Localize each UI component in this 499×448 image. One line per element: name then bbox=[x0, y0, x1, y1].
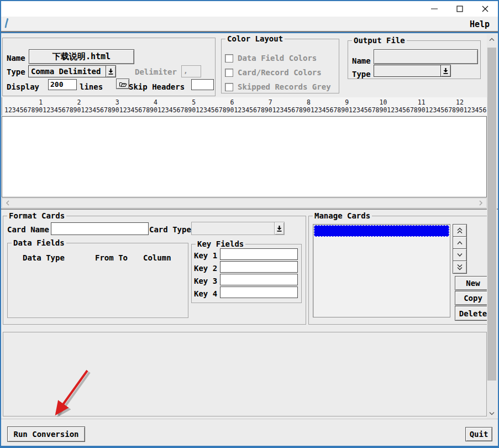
file-display-area[interactable] bbox=[2, 116, 487, 197]
lines-label: lines bbox=[80, 82, 103, 91]
chevron-up-icon bbox=[456, 241, 463, 245]
input-file-name-field[interactable]: 下载说明.html bbox=[29, 49, 134, 64]
column-ruler: 1 2 3 4 5 6 7 8 9 10 11 12 1234567890123… bbox=[2, 97, 487, 116]
checkbox-row: Card/Record Colors bbox=[225, 68, 322, 77]
color-layout-group: Color Layout Data Field Colors Card/Reco… bbox=[221, 39, 339, 93]
checkbox-label: Card/Record Colors bbox=[238, 68, 322, 77]
chevron-down-icon bbox=[456, 253, 463, 257]
from-to-column-header: From To bbox=[95, 253, 128, 262]
cards-listbox[interactable] bbox=[313, 224, 450, 317]
copy-button[interactable]: Copy bbox=[455, 291, 491, 305]
quit-button[interactable]: Quit bbox=[465, 427, 492, 441]
footer-divider bbox=[1, 419, 498, 419]
dropdown-arrow-icon[interactable] bbox=[274, 222, 284, 235]
move-up-button[interactable] bbox=[453, 236, 467, 249]
maximize-icon bbox=[456, 6, 463, 12]
input-type-value: Comma Delimited bbox=[29, 67, 106, 76]
scroll-up-button[interactable] bbox=[487, 34, 497, 45]
card-name-input[interactable] bbox=[51, 222, 149, 235]
menu-item-help[interactable]: Help bbox=[467, 18, 492, 30]
key3-input[interactable] bbox=[220, 274, 298, 285]
input-file-group: Name 下载说明.html Type Comma Delimited Deli… bbox=[2, 38, 216, 96]
minimize-icon bbox=[431, 6, 438, 12]
move-bottom-button[interactable] bbox=[453, 261, 467, 274]
scroll-right-icon[interactable] bbox=[476, 199, 485, 207]
key-fields-group: Key Fields Key 1 Key 2 Key 3 Key 4 bbox=[191, 244, 302, 303]
column-column-header: Column bbox=[143, 253, 171, 262]
data-fields-title: Data Fields bbox=[12, 238, 66, 247]
color-layout-title: Color Layout bbox=[225, 34, 285, 43]
format-cards-group: Format Cards Card Name Card Type Data Fi… bbox=[3, 216, 306, 325]
menu-bar: Help bbox=[1, 17, 498, 32]
key3-label: Key 3 bbox=[194, 277, 217, 285]
delimiter-input: , bbox=[181, 65, 201, 77]
skipped-records-grey-checkbox bbox=[225, 83, 233, 91]
data-field-colors-checkbox bbox=[225, 54, 233, 62]
horizontal-scrollbar[interactable] bbox=[2, 198, 487, 208]
main-content: Name 下载说明.html Type Comma Delimited Deli… bbox=[1, 33, 498, 446]
title-bar bbox=[1, 1, 498, 17]
delete-button[interactable]: Delete bbox=[455, 306, 491, 321]
close-icon bbox=[482, 6, 489, 12]
skip-headers-input[interactable] bbox=[191, 79, 214, 90]
dropdown-arrow-icon[interactable] bbox=[106, 66, 115, 77]
output-type-label: Type bbox=[352, 70, 371, 79]
key1-label: Key 1 bbox=[194, 251, 217, 260]
key2-label: Key 2 bbox=[194, 264, 217, 273]
key-fields-title: Key Fields bbox=[196, 239, 245, 248]
scroll-left-icon[interactable] bbox=[3, 199, 12, 207]
ruler-digits-row: 1234567890123456789012345678901234567890… bbox=[2, 106, 487, 114]
app-icon bbox=[3, 17, 9, 29]
dropdown-arrow-icon[interactable] bbox=[440, 65, 450, 76]
selected-card-item[interactable] bbox=[314, 225, 449, 237]
manage-cards-group: Manage Cards New Copy Delete bbox=[308, 216, 491, 325]
scroll-down-icon bbox=[489, 411, 495, 415]
maximize-button[interactable] bbox=[447, 1, 472, 17]
output-name-label: Name bbox=[352, 56, 371, 65]
checkbox-label: Data Field Colors bbox=[238, 54, 317, 62]
skip-headers-label: Skip Headers bbox=[129, 82, 185, 91]
card-record-colors-checkbox bbox=[225, 69, 233, 77]
card-type-combo bbox=[191, 222, 285, 235]
minimize-button[interactable] bbox=[422, 1, 447, 17]
vertical-scrollbar[interactable] bbox=[487, 34, 497, 419]
input-type-label: Type bbox=[7, 67, 25, 76]
key1-input[interactable] bbox=[220, 248, 298, 260]
manage-cards-title: Manage Cards bbox=[313, 211, 372, 220]
move-top-button[interactable] bbox=[453, 224, 467, 237]
output-type-combo[interactable] bbox=[374, 65, 451, 77]
scrollbar-thumb[interactable] bbox=[487, 48, 496, 381]
output-file-group: Output File Name Type bbox=[348, 40, 481, 79]
display-lines-input[interactable]: 200 bbox=[48, 79, 77, 90]
output-file-name-field[interactable] bbox=[374, 49, 478, 64]
pane-divider bbox=[1, 209, 498, 210]
data-fields-group: Data Fields Data Type From To Column bbox=[7, 243, 188, 318]
data-type-column-header: Data Type bbox=[23, 253, 65, 262]
ruler-numbers-row: 1 2 3 4 5 6 7 8 9 10 11 12 bbox=[2, 98, 487, 106]
move-down-button[interactable] bbox=[453, 248, 467, 262]
scroll-up-icon bbox=[489, 38, 495, 41]
scroll-down-button[interactable] bbox=[487, 408, 497, 419]
card-type-label: Card Type bbox=[149, 225, 191, 234]
run-conversion-button[interactable]: Run Conversion bbox=[7, 426, 85, 442]
format-cards-title: Format Cards bbox=[7, 211, 66, 220]
output-file-title: Output File bbox=[352, 36, 407, 45]
open-file-icon bbox=[119, 81, 127, 87]
double-chevron-up-icon bbox=[456, 227, 463, 234]
checkbox-row: Skipped Records Grey bbox=[225, 82, 331, 91]
card-name-label: Card Name bbox=[7, 225, 49, 234]
input-type-combo[interactable]: Comma Delimited bbox=[28, 65, 116, 77]
checkbox-label: Skipped Records Grey bbox=[238, 82, 331, 91]
new-button[interactable]: New bbox=[455, 276, 491, 290]
display-label: Display bbox=[7, 82, 39, 91]
close-button[interactable] bbox=[472, 1, 498, 17]
delimiter-label: Delimiter bbox=[135, 67, 177, 76]
key4-label: Key 4 bbox=[194, 289, 217, 298]
app-window: Help Name 下载说明.html Type Comma Delimited… bbox=[0, 0, 499, 448]
open-file-button[interactable] bbox=[116, 79, 129, 89]
key4-input[interactable] bbox=[220, 286, 298, 298]
key2-input[interactable] bbox=[220, 261, 298, 273]
red-arrow-annotation bbox=[40, 362, 112, 426]
double-chevron-down-icon bbox=[456, 264, 463, 270]
checkbox-row: Data Field Colors bbox=[225, 54, 317, 62]
